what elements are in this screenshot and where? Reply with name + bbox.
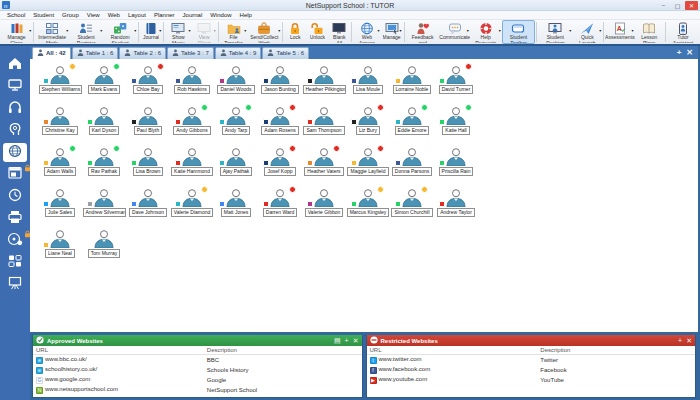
menu-view[interactable]: View: [83, 12, 104, 18]
tab-table-3-7[interactable]: Table 3 : 7: [167, 47, 214, 59]
sidebar-item-qa-mode[interactable]: [3, 253, 27, 272]
menu-layout[interactable]: Layout: [124, 12, 150, 18]
close-button[interactable]: ✕: [685, 1, 698, 10]
student-chloe-bay[interactable]: Chloe Bay: [126, 65, 170, 106]
toolbar-random-student-button[interactable]: ▾Random Student: [103, 20, 137, 44]
menu-web[interactable]: Web: [104, 12, 124, 18]
student-liz-bury[interactable]: Liz Bury: [346, 106, 390, 147]
student-lisa-moule[interactable]: Lisa Moule: [346, 65, 390, 106]
student-rob-hawkins[interactable]: Rob Hawkins: [170, 65, 214, 106]
sidebar-item-wellbeing-mode[interactable]: [3, 121, 27, 140]
student-josef-kopp[interactable]: Josef Kopp: [258, 147, 302, 188]
student-marcus-kingsley[interactable]: Marcus Kingsley: [346, 188, 390, 229]
student-andrew-taylor[interactable]: Andrew Taylor: [434, 188, 478, 229]
student-christine-kay[interactable]: Christine Kay: [38, 106, 82, 147]
table-row[interactable]: ▶www.youtube.comYouTube: [367, 375, 696, 385]
table-row[interactable]: twww.twitter.comTwitter: [367, 355, 696, 365]
menu-planner[interactable]: Planner: [150, 12, 179, 18]
tab-close-button[interactable]: ✕: [686, 49, 693, 57]
menu-window[interactable]: Window: [206, 12, 235, 18]
sidebar-item-web-control[interactable]: [3, 143, 27, 162]
student-heather-pilkington[interactable]: Heather Pilkington: [302, 65, 346, 106]
student-simon-churchill[interactable]: Simon Churchill: [390, 188, 434, 229]
student-paul-blyth[interactable]: Paul Blyth: [126, 106, 170, 147]
toolbar-lesson-plans-button[interactable]: Lesson Plans: [635, 20, 665, 44]
student-katie-hall[interactable]: Katie Hall: [434, 106, 478, 147]
toolbar-quick-launch-button[interactable]: ▾Quick Launch: [572, 20, 602, 44]
approved-export-icon[interactable]: ▤: [334, 337, 341, 344]
student-andy-tarp[interactable]: Andy Tarp: [214, 106, 258, 147]
toolbar-student-toolbar-button[interactable]: Student Toolbar: [502, 20, 536, 44]
student-eddie-emore[interactable]: Eddie Emore: [390, 106, 434, 147]
student-rav-pathak[interactable]: Rav Pathak: [82, 147, 126, 188]
student-jason-bunting[interactable]: Jason Bunting: [258, 65, 302, 106]
restricted-close-button[interactable]: ✕: [686, 337, 692, 344]
minimize-button[interactable]: –: [657, 1, 670, 10]
student-katie-hammond[interactable]: Katie Hammond: [170, 147, 214, 188]
student-priscilla-rain[interactable]: Priscilla Rain: [434, 147, 478, 188]
student-matt-jones[interactable]: Matt Jones: [214, 188, 258, 229]
maximize-button[interactable]: ▢: [671, 1, 684, 10]
student-adam-walls[interactable]: Adam Walls: [38, 147, 82, 188]
table-row[interactable]: ewww.bbc.co.uk/BBC: [33, 355, 362, 365]
student-julie-sales[interactable]: Julie Sales: [38, 188, 82, 229]
student-heather-vaters[interactable]: Heather Vaters: [302, 147, 346, 188]
toolbar-intermediate-mode-button[interactable]: ▾Intermediate Mode: [35, 20, 69, 44]
student-valerie-gibbon[interactable]: Valerie Gibbon: [302, 188, 346, 229]
toolbar-help-requests-button[interactable]: ▾Help Requests: [470, 20, 502, 44]
toolbar-student-desktop-button[interactable]: ▾Student Desktop: [538, 20, 572, 44]
student-lorraine-noble[interactable]: Lorraine Noble: [390, 65, 434, 106]
student-ajay-pathak[interactable]: Ajay Pathak: [214, 147, 258, 188]
student-valerie-diamond[interactable]: Valerie Diamond: [170, 188, 214, 229]
tab-table-2-6[interactable]: Table 2 : 6: [119, 47, 166, 59]
toolbar-view-client-button[interactable]: ▾View Client: [192, 20, 217, 44]
sidebar-item-print-management[interactable]: [3, 209, 27, 228]
toolbar-lock-button[interactable]: Lock: [284, 20, 306, 44]
toolbar-blank-all-button[interactable]: Blank All: [328, 20, 350, 44]
sidebar-item-device-control[interactable]: [3, 231, 27, 250]
table-row[interactable]: Nwww.netsupportschool.comNetSupport Scho…: [33, 385, 362, 395]
tab-table-5-6[interactable]: Table 5 : 6: [262, 47, 309, 59]
toolbar-show-menu-button[interactable]: ▾Show Menu: [165, 20, 191, 44]
toolbar-web-access-button[interactable]: ▾Web Access: [353, 20, 380, 44]
sidebar-item-monitor-mode[interactable]: [3, 77, 27, 96]
student-adam-rosens[interactable]: Adam Rosens: [258, 106, 302, 147]
menu-help[interactable]: Help: [236, 12, 256, 18]
toolbar-manage-button[interactable]: ▾Manage: [381, 20, 403, 44]
menu-school[interactable]: School: [3, 12, 29, 18]
table-row[interactable]: Gwww.google.comGoogle: [33, 375, 362, 385]
toolbar-tutor-assistant-button[interactable]: Tutor Assistant: [667, 20, 699, 44]
student-david-turner[interactable]: David Turner: [434, 65, 478, 106]
student-andrew-silverman[interactable]: Andrew Silverman: [82, 188, 126, 229]
sidebar-item-home[interactable]: [3, 55, 27, 74]
menu-journal[interactable]: Journal: [179, 12, 207, 18]
student-stephen-williams[interactable]: Stephen Williams: [38, 65, 82, 106]
toolbar-manage-class-button[interactable]: ▾Manage Class: [1, 20, 32, 44]
toolbar-assessments-button[interactable]: A▾Assessments: [605, 20, 634, 44]
approved-close-button[interactable]: ✕: [353, 337, 359, 344]
toolbar-send-collect-work-button[interactable]: ▾Send/Collect Work: [247, 20, 281, 44]
student-darren-ward[interactable]: Darren Ward: [258, 188, 302, 229]
toolbar-unlock-button[interactable]: Unlock: [306, 20, 328, 44]
student-sam-thompson[interactable]: Sam Thompson: [302, 106, 346, 147]
toolbar-student-register-button[interactable]: ▾Student Register: [69, 20, 103, 44]
menu-student[interactable]: Student: [29, 12, 58, 18]
student-donna-parsons[interactable]: Donna Parsons: [390, 147, 434, 188]
toolbar-journal-button[interactable]: ▾Journal: [140, 20, 162, 44]
student-maggie-layfield[interactable]: Maggie Layfield: [346, 147, 390, 188]
student-karl-dyson[interactable]: Karl Dyson: [82, 106, 126, 147]
restricted-add-button[interactable]: +: [678, 337, 682, 344]
student-mark-evans[interactable]: Mark Evans: [82, 65, 126, 106]
toolbar-communicate-button[interactable]: ▾Communicate: [440, 20, 470, 44]
sidebar-item-time-mode[interactable]: [3, 187, 27, 206]
approved-add-button[interactable]: +: [345, 337, 349, 344]
student-lisa-brown[interactable]: Lisa Brown: [126, 147, 170, 188]
toolbar-feedback-and-wellbeing-button[interactable]: Feedback and Wellbeing: [406, 20, 440, 44]
tab-table-1-6[interactable]: Table 1 : 6: [72, 47, 119, 59]
menu-group[interactable]: Group: [58, 12, 83, 18]
student-tom-murray[interactable]: Tom Murray: [82, 229, 126, 270]
table-row[interactable]: eschoolhistory.co.uk/Schools History: [33, 365, 362, 375]
sidebar-item-application-control[interactable]: [3, 165, 27, 184]
toolbar-file-transfer-button[interactable]: ▾File Transfer: [220, 20, 248, 44]
tab-table-4-9[interactable]: Table 4 : 9: [215, 47, 262, 59]
